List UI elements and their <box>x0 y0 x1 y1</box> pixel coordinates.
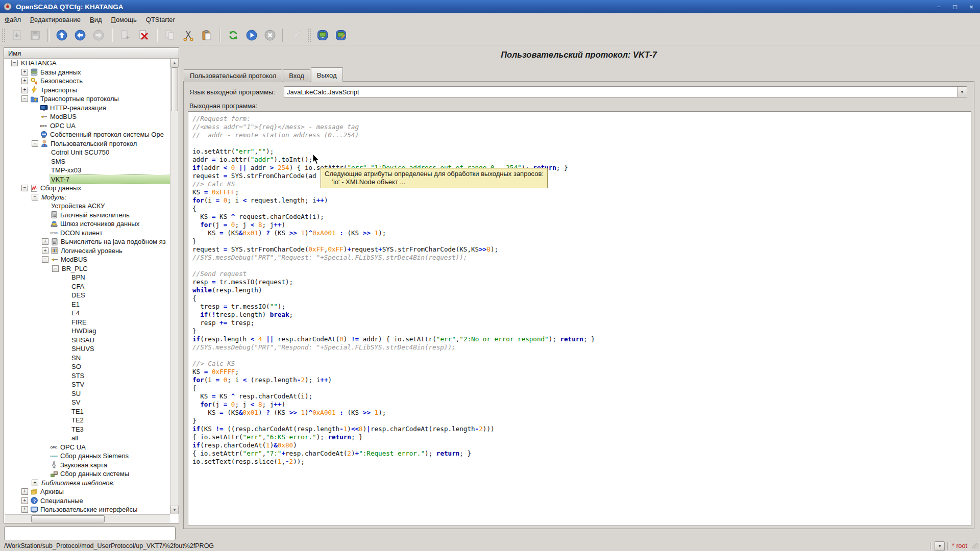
tree-vertical-scrollbar[interactable]: ▲ ▼ <box>170 59 179 514</box>
stop-button[interactable] <box>262 28 278 43</box>
scroll-down-icon[interactable]: ▼ <box>170 506 179 514</box>
expander-minus-icon[interactable]: − <box>21 95 28 102</box>
tree-item-vkt-7[interactable]: VKT-7 <box>5 175 170 184</box>
tree-item-modbus[interactable]: −ModBUS <box>5 255 170 264</box>
menu-item-edit[interactable]: Редактирование <box>26 14 85 25</box>
tree-item-row-15[interactable]: −Модуль: <box>5 193 170 202</box>
tree-item-row-3[interactable]: +Транспорты <box>5 86 170 95</box>
expander-minus-icon[interactable]: − <box>11 60 18 66</box>
tree-item-des[interactable]: DES <box>5 291 170 300</box>
tree-item-stv[interactable]: STV <box>5 380 170 389</box>
tree-item-all[interactable]: all <box>5 434 170 443</box>
expander-plus-icon[interactable]: + <box>21 506 28 513</box>
tree-item-te3[interactable]: TE3 <box>5 425 170 434</box>
tree-column-header[interactable]: Имя <box>4 48 179 59</box>
tree-item-row-46[interactable]: Сбор данных системы <box>5 469 170 479</box>
scrollbar-thumb[interactable] <box>31 515 105 522</box>
tree-item-row-21[interactable]: +Логический уровень <box>5 246 170 256</box>
qtcfg-button[interactable] <box>315 28 330 43</box>
tree-item-row-45[interactable]: Звуковая карта <box>5 461 170 470</box>
tree-item-sts[interactable]: STS <box>5 371 170 381</box>
resize-grip[interactable] <box>972 543 979 549</box>
tree-item-row-2[interactable]: +Безопасность <box>5 77 170 86</box>
tree-item-sms[interactable]: SMS <box>5 157 170 166</box>
expander-minus-icon[interactable]: − <box>32 140 38 147</box>
tree-item-row-49[interactable]: +?Специальные <box>5 496 170 506</box>
minimize-button[interactable]: − <box>931 1 946 12</box>
tree-item-shsau[interactable]: SHSAU <box>5 336 170 345</box>
tree-item-tmp-xx03[interactable]: TMP-xx03 <box>5 166 170 175</box>
tree-item-row-14[interactable]: −Сбор данных <box>5 184 170 193</box>
expander-plus-icon[interactable]: + <box>42 247 48 254</box>
title-bar[interactable]: OpenSCADA QTCfg: KHATANGA −□× <box>0 0 980 13</box>
scroll-up-icon[interactable]: ▲ <box>170 59 179 67</box>
tree-item-row-9[interactable]: −Пользовательский протокол <box>5 139 170 148</box>
expander-minus-icon[interactable]: − <box>21 185 28 191</box>
tree-item-cfa[interactable]: CFA <box>5 282 170 291</box>
tree-filter-input[interactable] <box>4 527 176 540</box>
cut-button[interactable] <box>181 28 196 43</box>
expander-minus-icon[interactable]: − <box>52 265 59 272</box>
tree-item-sn[interactable]: SN <box>5 354 170 363</box>
tree-item-br-plc[interactable]: −BR_PLC <box>5 264 170 273</box>
tree-item-row-8[interactable]: Собственный протокол системы Ope <box>5 130 170 139</box>
tree-item-row-5[interactable]: HTTP-реализация <box>5 104 170 113</box>
tree-item-opc-ua[interactable]: OPCOPC UA <box>5 443 170 452</box>
tree-item-shuvs[interactable]: SHUVS <box>5 344 170 354</box>
expander-plus-icon[interactable]: + <box>21 497 28 504</box>
tree-item-e1[interactable]: E1 <box>5 300 170 309</box>
delete-item-button[interactable] <box>136 28 151 43</box>
tree-item-khatanga[interactable]: −KHATANGA <box>5 59 170 68</box>
expander-plus-icon[interactable]: + <box>32 480 38 486</box>
expander-minus-icon[interactable]: − <box>32 194 38 201</box>
expander-minus-icon[interactable]: − <box>42 256 48 263</box>
menu-item-file[interactable]: Файл <box>0 14 26 25</box>
tree-item-row-20[interactable]: +Вычислитель на java подобном яз <box>5 237 170 246</box>
scrollbar-thumb[interactable] <box>171 67 178 111</box>
expander-plus-icon[interactable]: + <box>21 78 28 84</box>
tree-horizontal-scrollbar[interactable] <box>5 514 170 523</box>
output-language-select[interactable]: JavaLikeCalc.JavaScript ▼ <box>284 86 967 97</box>
status-panel-button[interactable]: ▼ <box>935 541 945 551</box>
paste-button[interactable] <box>199 28 214 43</box>
expander-plus-icon[interactable]: + <box>42 238 48 245</box>
chevron-down-icon[interactable]: ▼ <box>957 87 967 97</box>
menu-item-help[interactable]: Помощь <box>107 14 141 25</box>
vision-button[interactable] <box>333 28 349 43</box>
tree-item-row-19[interactable]: DCONDCON клиент <box>5 229 170 238</box>
expander-plus-icon[interactable]: + <box>21 488 28 495</box>
tree-item-bpn[interactable]: BPN <box>5 273 170 282</box>
tab-output[interactable]: Выход <box>311 67 343 82</box>
back-button[interactable] <box>72 28 88 43</box>
tree-item-te2[interactable]: TE2 <box>5 416 170 425</box>
tree-item-sv[interactable]: SV <box>5 398 170 407</box>
refresh-button[interactable] <box>226 28 241 43</box>
tab-userprotocol[interactable]: Пользовательский протокол <box>184 69 282 82</box>
tree-item-so[interactable]: SO <box>5 362 170 371</box>
tree-item-row-18[interactable]: Шлюз источников данных <box>5 219 170 229</box>
close-button[interactable]: × <box>964 1 979 12</box>
tab-input[interactable]: Вход <box>283 69 310 82</box>
code-editor[interactable]: //Request form://<mess addr="1">{req}</m… <box>188 111 971 526</box>
tree-item-cotrol-unit-scu750[interactable]: Cotrol Unit SCU750 <box>5 148 170 157</box>
expander-plus-icon[interactable]: + <box>21 69 28 76</box>
tree-item-row-17[interactable]: Блочный вычислитель <box>5 211 170 220</box>
tree-item-opc-ua[interactable]: OPCOPC UA <box>5 121 170 131</box>
tree-item-row-50[interactable]: +Пользовательские интерфейсы <box>5 505 170 514</box>
up-button[interactable] <box>54 28 69 43</box>
tree-item-su[interactable]: SU <box>5 389 170 398</box>
tree-item-row-1[interactable]: +Базы данных <box>5 68 170 77</box>
tree-item-hwdiag[interactable]: HWDiag <box>5 327 170 336</box>
toolbar-drag-handle[interactable] <box>307 28 312 42</box>
tree-item-row-44[interactable]: SIEMENSСбор данных Siemens <box>5 452 170 461</box>
tree-item-modbus[interactable]: ModBUS <box>5 112 170 121</box>
menu-item-qtstarter[interactable]: QTStarter <box>141 14 180 25</box>
menu-item-view[interactable]: Вид <box>85 14 107 25</box>
maximize-button[interactable]: □ <box>947 1 963 12</box>
tree-item-fire[interactable]: FIRE <box>5 318 170 327</box>
tree-item-te1[interactable]: TE1 <box>5 407 170 416</box>
tree-item-row-48[interactable]: +Архивы <box>5 487 170 496</box>
toolbar-drag-handle[interactable] <box>2 28 6 42</box>
expander-plus-icon[interactable]: + <box>21 87 28 93</box>
tree-item-row-16[interactable]: Устройства АСКУ <box>5 202 170 211</box>
